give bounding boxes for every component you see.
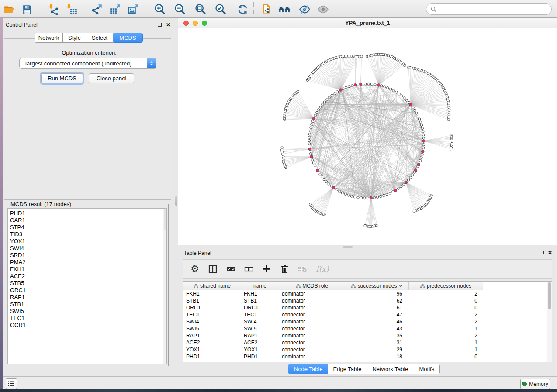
network-node[interactable]	[336, 91, 339, 93]
table-row[interactable]: SWI5SWI5connector431	[183, 325, 547, 332]
network-node[interactable]	[312, 117, 315, 120]
table-row[interactable]: ACE2ACE2connector311	[183, 339, 547, 346]
network-node[interactable]	[395, 91, 398, 93]
network-node[interactable]	[398, 93, 401, 96]
network-node[interactable]	[311, 124, 313, 126]
mcds-result-item[interactable]: STB5	[8, 280, 166, 287]
network-node[interactable]	[282, 155, 285, 158]
delete-table-icon[interactable]	[297, 264, 308, 274]
table-scrollbar[interactable]	[547, 282, 552, 362]
mcds-result-item[interactable]: PHD1	[8, 210, 166, 217]
network-node[interactable]	[354, 83, 356, 86]
network-node[interactable]	[422, 134, 425, 136]
network-node[interactable]	[380, 85, 383, 87]
table-row[interactable]: PHD1PHD1dominator180	[183, 353, 547, 360]
mcds-result-item[interactable]: FKH1	[8, 266, 166, 273]
network-node[interactable]	[364, 224, 367, 227]
network-node[interactable]	[363, 197, 366, 199]
network-node[interactable]	[341, 192, 344, 194]
network-node[interactable]	[418, 118, 421, 120]
network-node[interactable]	[336, 189, 338, 191]
network-node[interactable]	[314, 165, 316, 167]
network-node[interactable]	[345, 86, 347, 89]
network-node[interactable]	[344, 193, 347, 196]
network-node[interactable]	[308, 143, 311, 145]
zoom-fit-icon[interactable]	[194, 3, 207, 16]
mcds-result-item[interactable]: ORC1	[8, 287, 166, 294]
tab-mcds[interactable]: MCDS	[113, 33, 142, 42]
network-node[interactable]	[308, 139, 311, 142]
network-node[interactable]	[417, 163, 420, 166]
network-node[interactable]	[377, 84, 380, 86]
network-node[interactable]	[308, 133, 311, 135]
network-node[interactable]	[339, 89, 342, 91]
column-header-predecessor-nodes[interactable]: predecessor nodes	[409, 282, 483, 290]
show-details-icon[interactable]	[316, 3, 329, 16]
network-node[interactable]	[316, 111, 318, 114]
network-node[interactable]	[308, 136, 311, 139]
network-node[interactable]	[311, 120, 314, 123]
network-node[interactable]	[421, 153, 424, 156]
close-panel-button[interactable]: Close panel	[89, 73, 134, 83]
optimization-criterion-select[interactable]: largest connected component (undirected)	[19, 58, 156, 69]
network-node[interactable]	[360, 55, 363, 58]
column-header-successor-nodes[interactable]: successor nodes	[345, 282, 409, 290]
network-node[interactable]	[309, 130, 311, 132]
network-node[interactable]	[403, 97, 406, 100]
network-node[interactable]	[321, 176, 323, 179]
network-node[interactable]	[367, 197, 369, 199]
network-node[interactable]	[353, 196, 356, 198]
network-node[interactable]	[331, 94, 333, 97]
network-node[interactable]	[389, 88, 392, 90]
network-node[interactable]	[398, 187, 400, 190]
mcds-result-item[interactable]: SWI5	[8, 308, 166, 315]
show-task-history-button[interactable]	[6, 378, 17, 389]
network-node[interactable]	[309, 203, 312, 206]
network-node[interactable]	[310, 155, 313, 158]
network-graph[interactable]	[178, 28, 557, 245]
mcds-result-item[interactable]: TEC1	[8, 315, 166, 322]
zoom-out-icon[interactable]	[173, 3, 187, 16]
network-node[interactable]	[402, 183, 405, 186]
network-view-canvas[interactable]	[178, 28, 557, 245]
network-node[interactable]	[409, 176, 412, 179]
network-node[interactable]	[421, 127, 424, 130]
network-node[interactable]	[374, 83, 377, 86]
network-node[interactable]	[281, 147, 284, 149]
unselect-all-icon[interactable]	[243, 264, 254, 274]
table-row[interactable]: STB1STB1dominator620	[183, 297, 547, 304]
table-settings-gear-icon[interactable]: ⚙	[190, 264, 200, 274]
network-node[interactable]	[405, 99, 408, 102]
column-header-name[interactable]: name	[241, 282, 279, 290]
network-node[interactable]	[323, 178, 325, 181]
clone-network-icon[interactable]	[259, 3, 273, 16]
run-mcds-button[interactable]: Run MCDS	[41, 73, 83, 83]
network-node[interactable]	[316, 169, 319, 172]
table-row[interactable]: RAP1RAP1dominator352	[183, 332, 547, 339]
network-node[interactable]	[373, 196, 376, 199]
network-node[interactable]	[309, 152, 312, 155]
network-node[interactable]	[311, 158, 314, 161]
network-node[interactable]	[400, 185, 403, 188]
import-network-icon[interactable]	[47, 3, 60, 16]
tab-style[interactable]: Style	[63, 33, 86, 42]
close-panel-icon[interactable]: ✕	[166, 23, 170, 27]
memory-button[interactable]: Memory	[520, 379, 550, 389]
network-node[interactable]	[350, 195, 353, 198]
delete-row-icon[interactable]	[279, 264, 290, 274]
tab-node-table[interactable]: Node Table	[288, 364, 329, 374]
network-node[interactable]	[328, 183, 330, 186]
save-session-icon[interactable]	[21, 3, 34, 16]
mcds-result-item[interactable]: ACE2	[8, 273, 166, 280]
network-node[interactable]	[394, 189, 397, 192]
network-node[interactable]	[414, 109, 416, 112]
table-close-icon[interactable]: ✕	[548, 251, 552, 255]
open-session-icon[interactable]	[3, 3, 16, 16]
network-node[interactable]	[420, 156, 423, 159]
network-node[interactable]	[325, 181, 328, 183]
float-panel-icon[interactable]	[158, 23, 162, 27]
zoom-selected-icon[interactable]	[214, 3, 227, 16]
mcds-result-list[interactable]: PHD1CAR1STP4TID3YOX1SWI4SRD1PMA2FKH1ACE2…	[7, 208, 167, 364]
network-node[interactable]	[419, 159, 422, 162]
network-node[interactable]	[392, 190, 394, 193]
